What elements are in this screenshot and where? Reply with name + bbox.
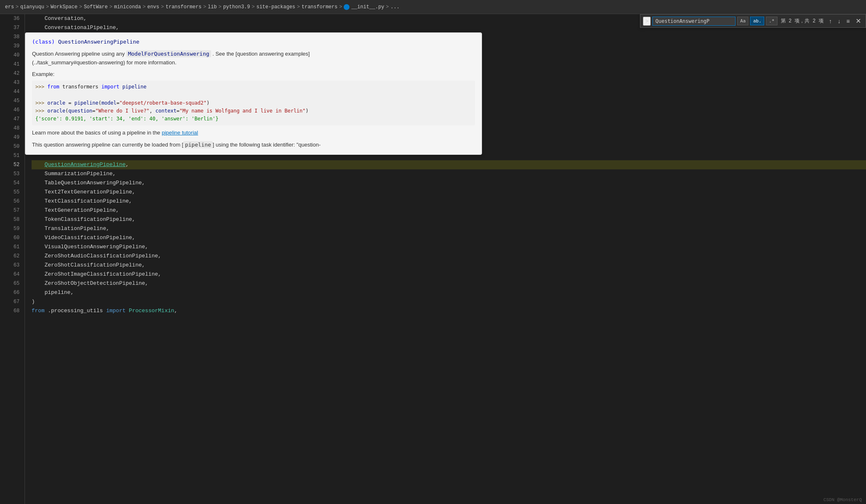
breadcrumb-item-ers[interactable]: ers — [5, 4, 14, 10]
breadcrumb-item-workspace[interactable]: WorkSpace — [51, 4, 78, 10]
line-number-68: 68 — [0, 306, 20, 316]
line-number-45: 45 — [0, 96, 20, 105]
breadcrumb-item-site-packages[interactable]: site-packages — [256, 4, 295, 10]
hover-code-line-5: {'score': 0.9191, 'start': 34, 'end': 40… — [35, 115, 472, 123]
line-number-64: 64 — [0, 270, 20, 279]
line-number-42: 42 — [0, 69, 20, 78]
line-number-60: 60 — [0, 233, 20, 242]
breadcrumb-sep-8: > — [219, 4, 221, 10]
hover-code-line-4: >>> oracle(question="Where do I live?", … — [35, 107, 472, 115]
hover-code-block: >>> from transformers import pipeline >>… — [32, 81, 475, 125]
breadcrumb-item-python39[interactable]: python3.9 — [223, 4, 250, 10]
breadcrumb-item-envs[interactable]: envs — [147, 4, 159, 10]
breadcrumb-sep-3: > — [79, 4, 82, 10]
code-line-66: pipeline, — [32, 288, 866, 297]
search-prev-button[interactable]: ↑ — [827, 17, 834, 25]
search-close-button[interactable]: ✕ — [854, 16, 863, 26]
class-keyword: (class) — [32, 39, 55, 45]
hover-example-label: Example: — [32, 70, 475, 79]
breadcrumb-sep-2: > — [46, 4, 49, 10]
line-number-54: 54 — [0, 179, 20, 188]
line-number-40: 40 — [0, 51, 20, 60]
hover-bottom-text: This question answering pipeline can cur… — [32, 141, 475, 149]
line-number-61: 61 — [0, 242, 20, 252]
breadcrumb-item-ellipsis[interactable]: ... — [391, 4, 400, 10]
breadcrumb-sep-9: > — [252, 4, 255, 10]
code-line-59: TranslationPipeline, — [32, 224, 866, 233]
code-line-67: ) — [32, 297, 866, 306]
code-line-64: ZeroShotImageClassificationPipeline, — [32, 270, 866, 279]
line-numbers: 3637383940414243444546474849505152535455… — [0, 14, 25, 504]
line-number-41: 41 — [0, 60, 20, 69]
pipeline-tutorial-link[interactable]: pipeline tutorial — [162, 130, 198, 136]
code-line-53: SummarizationPipeline, — [32, 169, 866, 179]
line-number-66: 66 — [0, 288, 20, 297]
line-number-57: 57 — [0, 206, 20, 215]
hover-popup: (class) QuestionAnsweringPipeline Questi… — [25, 32, 482, 155]
line-number-56: 56 — [0, 197, 20, 206]
line-number-38: 38 — [0, 32, 20, 42]
code-line-62: ZeroShotAudioClassificationPipeline, — [32, 252, 866, 261]
search-case-sensitive-button[interactable]: Aa — [737, 17, 748, 25]
line-number-49: 49 — [0, 133, 20, 142]
code-line-68: from .processing_utils import ProcessorM… — [32, 306, 866, 316]
hover-code-line-1: >>> from transformers import pipeline — [35, 83, 472, 91]
hover-code-line-2 — [35, 91, 472, 99]
line-number-46: 46 — [0, 105, 20, 115]
editor-container: > Aa ab. .* 第 2 项，共 2 项 ↑ ↓ ≡ ✕ 36373839… — [0, 14, 866, 504]
line-number-47: 47 — [0, 115, 20, 124]
breadcrumb-sep-12: > — [386, 4, 389, 10]
line-number-39: 39 — [0, 42, 20, 51]
breadcrumb-sep-5: > — [143, 4, 145, 10]
hover-inline-code: ModelForQuestionAnswering — [126, 50, 211, 57]
breadcrumb-sep-1: > — [16, 4, 19, 10]
breadcrumb-item-transformers2[interactable]: transformers — [302, 4, 337, 10]
code-content[interactable]: (class) QuestionAnsweringPipeline Questi… — [25, 14, 866, 504]
breadcrumb-item-software[interactable]: SoftWare — [84, 4, 108, 10]
line-number-48: 48 — [0, 124, 20, 133]
breadcrumb-sep-11: > — [339, 4, 342, 10]
code-line-57: TextGenerationPipeline, — [32, 206, 866, 215]
line-number-36: 36 — [0, 14, 20, 23]
breadcrumb-sep-4: > — [109, 4, 112, 10]
search-widget: > Aa ab. .* 第 2 项，共 2 项 ↑ ↓ ≡ ✕ — [640, 14, 866, 28]
hover-class-name: QuestionAnsweringPipeline — [58, 39, 140, 45]
question-answering-pipeline-link[interactable]: QuestionAnsweringPipeline — [44, 161, 125, 168]
line-number-67: 67 — [0, 297, 20, 306]
breadcrumb-item-init[interactable]: __init__.py — [351, 4, 384, 10]
breadcrumb-item-miniconda[interactable]: miniconda — [114, 4, 141, 10]
hover-desc: Question Answering pipeline using any Mo… — [32, 50, 475, 67]
line-number-52: 52 — [0, 160, 20, 169]
line-number-51: 51 — [0, 151, 20, 160]
code-line-55: Text2TextGenerationPipeline, — [32, 188, 866, 197]
search-expand-button[interactable]: > — [643, 17, 651, 26]
line-number-62: 62 — [0, 252, 20, 261]
breadcrumb-item-qianyuqu[interactable]: qianyuqu — [20, 4, 44, 10]
breadcrumb-item-transformers1[interactable]: transformers — [165, 4, 201, 10]
search-count: 第 2 项，共 2 项 — [779, 17, 825, 24]
hover-learn-more: Learn more about the basics of using a p… — [32, 129, 475, 137]
code-line-52: QuestionAnsweringPipeline, — [32, 160, 866, 169]
hover-code-line-3: >>> oracle = pipeline(model="deepset/rob… — [35, 99, 472, 107]
line-number-55: 55 — [0, 188, 20, 197]
code-line-60: VideoClassificationPipeline, — [32, 233, 866, 242]
code-line-61: VisualQuestionAnsweringPipeline, — [32, 242, 866, 252]
code-line-63: ZeroShotClassificationPipeline, — [32, 261, 866, 270]
search-whole-word-button[interactable]: ab. — [750, 17, 764, 25]
breadcrumb-sep-10: > — [297, 4, 300, 10]
line-number-65: 65 — [0, 279, 20, 288]
search-list-button[interactable]: ≡ — [844, 17, 852, 25]
line-number-63: 63 — [0, 261, 20, 270]
line-number-43: 43 — [0, 78, 20, 87]
search-next-button[interactable]: ↓ — [836, 17, 843, 25]
line-number-50: 50 — [0, 142, 20, 151]
breadcrumb-sep-6: > — [161, 4, 164, 10]
breadcrumb-sep-7: > — [203, 4, 206, 10]
search-regex-button[interactable]: .* — [766, 17, 777, 25]
line-number-37: 37 — [0, 23, 20, 32]
breadcrumb-item-lib[interactable]: lib — [208, 4, 217, 10]
code-line-58: TokenClassificationPipeline, — [32, 215, 866, 224]
watermark: CSDN @MonsterQ — [824, 497, 862, 502]
search-input[interactable] — [652, 17, 736, 26]
line-number-59: 59 — [0, 224, 20, 233]
